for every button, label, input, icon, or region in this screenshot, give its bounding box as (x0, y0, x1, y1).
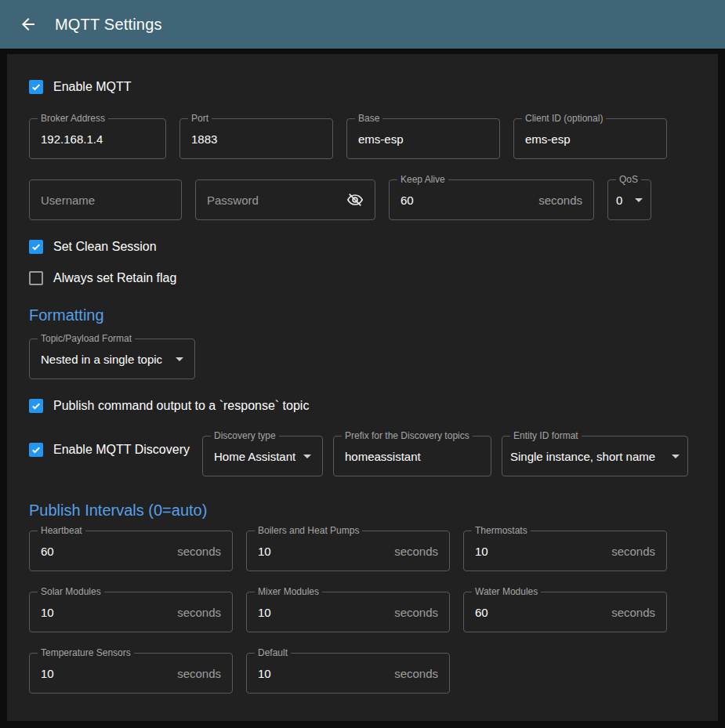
checkbox-label: Enable MQTT Discovery (53, 443, 190, 457)
seconds-suffix: seconds (605, 606, 655, 619)
field-label: QoS (616, 175, 641, 185)
seconds-suffix: seconds (388, 667, 438, 680)
field-label: Default (255, 648, 291, 658)
checkbox-label: Enable MQTT (53, 80, 132, 94)
field-label: Boilers and Heat Pumps (255, 526, 362, 536)
solar-interval-input[interactable] (41, 606, 171, 619)
seconds-suffix: seconds (388, 545, 438, 558)
discovery-type-value: Home Assistant (214, 450, 295, 463)
entity-id-format-value: Single instance, short name (510, 450, 655, 463)
solar-interval-field: Solar Modules seconds (29, 592, 233, 632)
username-input[interactable] (41, 194, 170, 207)
checkbox-icon (29, 443, 43, 457)
topic-format-row: Topic/Payload Format Nested in a single … (29, 339, 696, 379)
field-label: Mixer Modules (255, 587, 322, 597)
enable-discovery-checkbox[interactable]: Enable MQTT Discovery (29, 436, 192, 464)
username-field (29, 179, 182, 220)
default-interval-input[interactable] (258, 667, 388, 680)
seconds-suffix: seconds (532, 194, 582, 207)
broker-address-input[interactable] (41, 132, 154, 146)
boilers-interval-field: Boilers and Heat Pumps seconds (246, 531, 450, 571)
qos-select[interactable]: QoS 0 (607, 179, 651, 220)
dropdown-arrow-icon (171, 357, 183, 361)
base-field: Base (346, 118, 500, 159)
broker-address-field: Broker Address (29, 118, 166, 159)
password-input[interactable] (207, 194, 346, 207)
field-label: Topic/Payload Format (38, 334, 135, 344)
intervals-grid: Heartbeat seconds Boilers and Heat Pumps… (29, 531, 667, 694)
formatting-heading: Formatting (29, 306, 696, 324)
mqtt-settings-panel: Enable MQTT Broker Address Port Base Cli… (7, 54, 718, 721)
boilers-interval-input[interactable] (258, 545, 388, 558)
field-label: Discovery type (211, 431, 279, 441)
thermostats-interval-input[interactable] (475, 545, 605, 558)
field-label: Entity ID format (510, 431, 582, 441)
toggle-password-visibility-button[interactable] (346, 191, 364, 208)
app-bar: MQTT Settings (0, 0, 725, 49)
discovery-prefix-field: Prefix for the Discovery topics (333, 436, 491, 476)
seconds-suffix: seconds (171, 606, 221, 619)
discovery-prefix-input[interactable] (345, 450, 480, 463)
password-field (195, 179, 375, 220)
field-label: Broker Address (38, 114, 108, 124)
checkbox-icon (29, 80, 43, 94)
checkbox-label: Set Clean Session (53, 240, 157, 254)
qos-value: 0 (616, 194, 622, 207)
temperature-sensors-interval-field: Temperature Sensors seconds (29, 653, 233, 694)
publish-response-checkbox[interactable]: Publish command output to a `response` t… (29, 390, 696, 422)
enable-mqtt-checkbox[interactable]: Enable MQTT (29, 71, 696, 103)
visibility-off-icon (346, 191, 364, 208)
base-input[interactable] (358, 132, 488, 146)
field-label: Water Modules (472, 587, 541, 597)
seconds-suffix: seconds (605, 545, 655, 558)
water-interval-input[interactable] (475, 606, 605, 619)
seconds-suffix: seconds (171, 545, 221, 558)
back-arrow-icon[interactable] (19, 15, 38, 34)
keep-alive-field: Keep Alive seconds (389, 179, 594, 220)
heartbeat-interval-field: Heartbeat seconds (29, 531, 233, 571)
field-label: Temperature Sensors (38, 648, 134, 658)
broker-fields-row: Broker Address Port Base Client ID (opti… (29, 118, 696, 159)
client-id-field: Client ID (optional) (513, 118, 667, 159)
keep-alive-input[interactable] (401, 194, 532, 207)
field-label: Port (188, 114, 212, 124)
field-label: Heartbeat (38, 526, 85, 536)
checkbox-icon (29, 271, 43, 285)
port-input[interactable] (191, 132, 321, 146)
dropdown-arrow-icon (667, 455, 680, 458)
entity-id-format-select[interactable]: Entity ID format Single instance, short … (502, 436, 688, 476)
field-label: Base (355, 114, 382, 124)
field-label: Client ID (optional) (522, 114, 606, 124)
publish-intervals-heading: Publish Intervals (0=auto) (29, 502, 696, 520)
client-id-input[interactable] (525, 132, 655, 146)
credentials-row: Keep Alive seconds QoS 0 (29, 179, 696, 220)
discovery-type-select[interactable]: Discovery type Home Assistant (202, 436, 323, 476)
topic-format-value: Nested in a single topic (41, 353, 162, 366)
seconds-suffix: seconds (388, 606, 438, 619)
dropdown-arrow-icon (299, 455, 311, 458)
port-field: Port (179, 118, 333, 159)
checkbox-icon (29, 240, 43, 254)
heartbeat-interval-input[interactable] (41, 545, 171, 558)
temperature-sensors-interval-input[interactable] (41, 667, 171, 680)
field-label: Prefix for the Discovery topics (342, 431, 473, 441)
thermostats-interval-field: Thermostats seconds (463, 531, 667, 571)
clean-session-checkbox[interactable]: Set Clean Session (29, 231, 696, 263)
topic-format-select[interactable]: Topic/Payload Format Nested in a single … (29, 339, 195, 379)
page-title: MQTT Settings (55, 16, 162, 34)
mixer-interval-field: Mixer Modules seconds (246, 592, 450, 632)
water-interval-field: Water Modules seconds (463, 592, 667, 632)
default-interval-field: Default seconds (246, 653, 450, 694)
checkbox-label: Publish command output to a `response` t… (53, 399, 309, 413)
checkbox-icon (29, 399, 43, 413)
field-label: Thermostats (472, 526, 531, 536)
seconds-suffix: seconds (171, 667, 221, 680)
dropdown-arrow-icon (630, 198, 643, 202)
mixer-interval-input[interactable] (258, 606, 388, 619)
checkbox-label: Always set Retain flag (53, 271, 176, 285)
field-label: Solar Modules (38, 587, 104, 597)
discovery-row: Enable MQTT Discovery Discovery type Hom… (29, 429, 696, 476)
retain-flag-checkbox[interactable]: Always set Retain flag (29, 263, 696, 294)
field-label: Keep Alive (397, 175, 448, 185)
